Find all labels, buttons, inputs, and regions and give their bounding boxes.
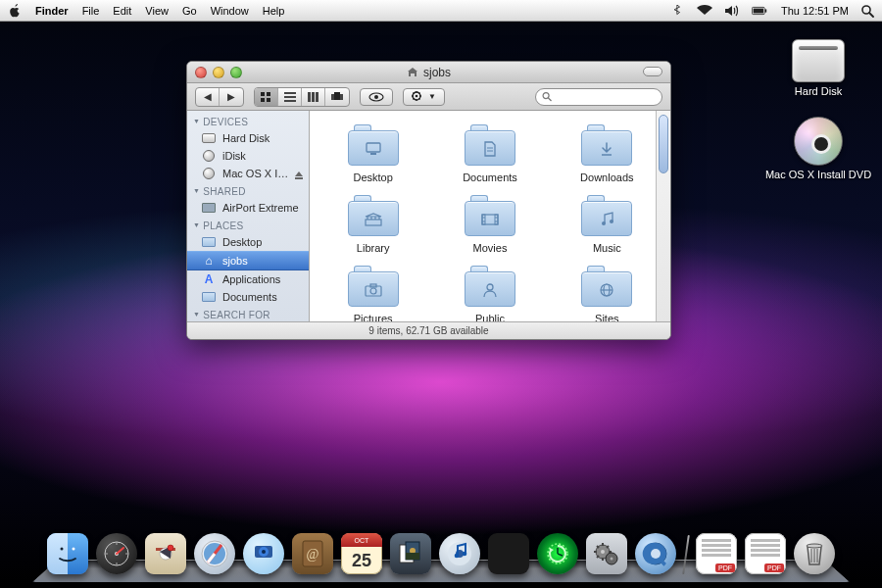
menu-window[interactable]: Window (211, 5, 249, 17)
svg-rect-7 (261, 98, 265, 102)
menu-clock[interactable]: Thu 12:51 PM (781, 5, 849, 17)
dock-trash[interactable] (793, 533, 836, 574)
menu-edit[interactable]: Edit (113, 5, 131, 17)
sidebar-item-desktop[interactable]: Desktop (187, 233, 309, 251)
sidebar-item-install-dvd[interactable]: Mac OS X I… (187, 165, 309, 182)
dock-ical[interactable]: OCT25 (340, 533, 383, 574)
view-list-button[interactable] (278, 88, 302, 106)
sidebar-header-shared[interactable]: SHARED (187, 182, 309, 199)
svg-rect-12 (308, 92, 311, 102)
finder-window: sjobs ◀ ▶ ▼ (186, 61, 671, 340)
sidebar-item-hard-disk[interactable]: Hard Disk (187, 129, 309, 147)
dock-dashboard[interactable] (95, 533, 138, 574)
folder-icon (465, 195, 515, 236)
dock-spaces[interactable] (487, 533, 530, 574)
search-field[interactable] (535, 88, 662, 106)
sidebar-item-airport[interactable]: AirPort Extreme (187, 199, 309, 217)
action-menu-button[interactable]: ▼ (403, 88, 445, 106)
close-button[interactable] (195, 67, 207, 78)
dock-document-2[interactable] (744, 533, 787, 574)
svg-line-95 (607, 546, 609, 548)
dock-quicktime[interactable] (634, 533, 677, 574)
back-button[interactable]: ◀ (196, 88, 220, 106)
desktop-icons: Hard Disk Mac OS X Install DVD (764, 39, 872, 180)
view-icons-button[interactable] (255, 88, 278, 106)
svg-text:@: @ (307, 547, 319, 562)
folder-pictures[interactable]: Pictures (319, 266, 426, 321)
folder-music[interactable]: Music (554, 195, 661, 254)
quicklook-button[interactable] (360, 88, 393, 106)
sidebar-header-places[interactable]: PLACES (187, 217, 309, 233)
folder-movies[interactable]: Movies (436, 195, 543, 254)
forward-button[interactable]: ▶ (220, 88, 243, 106)
sidebar-item-label: AirPort Extreme (222, 202, 299, 214)
folder-downloads[interactable]: Downloads (554, 124, 661, 183)
svg-rect-2 (754, 8, 763, 13)
mail-icon (145, 533, 186, 574)
folder-public[interactable]: Public (436, 266, 543, 321)
finder-sidebar: DEVICES Hard Disk iDisk Mac OS X I… SHAR… (187, 111, 310, 321)
menu-view[interactable]: View (145, 5, 169, 17)
view-columns-button[interactable] (302, 88, 325, 106)
minimize-button[interactable] (213, 67, 224, 78)
svg-point-19 (374, 95, 378, 99)
computer-icon (202, 203, 216, 213)
dock-timemachine[interactable] (536, 533, 579, 574)
desktop-install-dvd[interactable]: Mac OS X Install DVD (764, 117, 872, 180)
dock-mail[interactable] (144, 533, 187, 574)
sidebar-item-applications[interactable]: AApplications (187, 270, 309, 288)
desktop-hard-disk[interactable]: Hard Disk (764, 39, 872, 97)
apple-menu-icon[interactable] (8, 4, 22, 18)
view-coverflow-button[interactable] (325, 88, 349, 106)
toolbar-toggle-button[interactable] (643, 67, 662, 76)
dock-ichat[interactable] (242, 533, 285, 574)
folder-documents[interactable]: Documents (436, 124, 543, 183)
eject-icon[interactable] (295, 172, 303, 176)
sidebar-item-documents[interactable]: Documents (187, 288, 309, 306)
dock-addressbook[interactable]: @ (291, 533, 334, 574)
sidebar-header-devices[interactable]: DEVICES (187, 113, 309, 129)
view-mode-segment (254, 87, 350, 107)
airport-icon[interactable] (697, 5, 712, 17)
calendar-day: 25 (341, 547, 382, 574)
desktop-icon-label: Mac OS X Install DVD (765, 169, 871, 180)
folder-label: Downloads (580, 172, 633, 183)
hard-disk-icon (792, 39, 845, 82)
folder-desktop[interactable]: Desktop (319, 124, 426, 183)
search-input[interactable] (552, 90, 656, 104)
dock-finder[interactable] (46, 533, 89, 574)
dvd-icon (203, 168, 215, 179)
svg-line-94 (597, 556, 599, 558)
dock-document-1[interactable] (695, 533, 738, 574)
volume-icon[interactable] (724, 5, 740, 17)
hard-disk-icon (202, 133, 216, 143)
dock-system-preferences[interactable] (585, 533, 628, 574)
zoom-button[interactable] (230, 67, 242, 78)
sidebar-header-searchfor[interactable]: SEARCH FOR (187, 306, 309, 321)
dock-safari[interactable] (193, 533, 236, 574)
battery-icon[interactable] (752, 5, 767, 17)
sidebar-item-home[interactable]: ⌂sjobs (187, 251, 309, 270)
folder-icon (465, 266, 515, 307)
folder-icon (202, 292, 216, 302)
scrollbar-thumb[interactable] (659, 115, 668, 173)
svg-point-80 (455, 554, 460, 559)
dock-preview[interactable] (389, 533, 432, 574)
folder-library[interactable]: Library (319, 195, 426, 254)
spotlight-icon[interactable] (860, 4, 874, 18)
folder-icon (348, 124, 399, 166)
svg-line-23 (548, 98, 551, 101)
window-titlebar[interactable]: sjobs (187, 62, 670, 83)
spaces-icon (488, 533, 529, 574)
sidebar-item-idisk[interactable]: iDisk (187, 147, 309, 165)
dock-itunes[interactable] (438, 533, 481, 574)
menu-file[interactable]: File (82, 5, 100, 17)
folder-icon (348, 195, 399, 236)
bluetooth-icon[interactable] (669, 5, 685, 17)
menu-help[interactable]: Help (263, 5, 285, 17)
menu-go[interactable]: Go (182, 5, 197, 17)
vertical-scrollbar[interactable] (656, 111, 670, 321)
finder-content[interactable]: DesktopDocumentsDownloadsLibraryMoviesMu… (310, 111, 670, 321)
menu-app-name[interactable]: Finder (35, 5, 69, 17)
folder-sites[interactable]: Sites (554, 266, 661, 321)
